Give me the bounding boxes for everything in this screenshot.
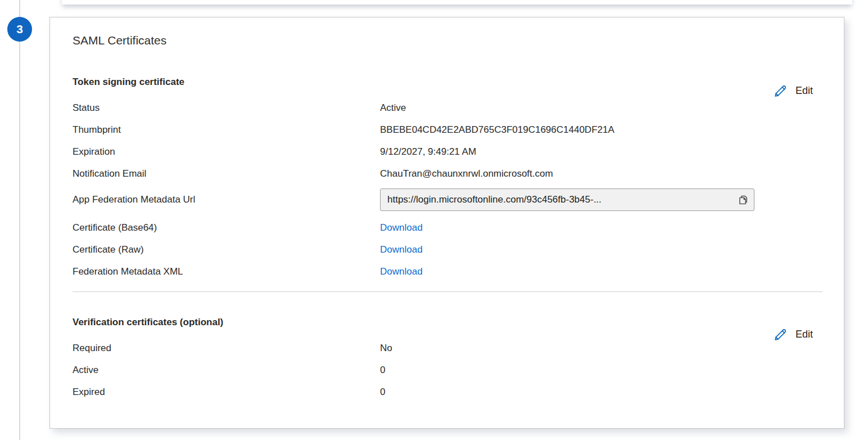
pencil-icon (773, 327, 788, 342)
notification-email-value: ChauTran@chaunxnrwl.onmicrosoft.com (380, 168, 553, 180)
status-row: Status Active (73, 101, 812, 115)
expiration-value: 9/12/2027, 9:49:21 AM (380, 146, 476, 158)
federation-metadata-xml-row: Federation Metadata XML Download (73, 264, 812, 279)
section-divider (73, 291, 822, 292)
certificate-base64-row: Certificate (Base64) Download (73, 221, 812, 235)
thumbprint-row: Thumbprint BBEBE04CD42E2ABD765C3F019C169… (73, 123, 812, 137)
verification-certificates-section: Verification certificates (optional) Req… (73, 316, 812, 399)
federation-metadata-xml-label: Federation Metadata XML (73, 266, 380, 278)
expired-label: Expired (73, 386, 380, 398)
thumbprint-label: Thumbprint (73, 124, 380, 136)
expiration-label: Expiration (73, 146, 380, 158)
timeline-line (19, 0, 20, 440)
required-label: Required (73, 342, 380, 354)
download-certificate-base64-link[interactable]: Download (380, 222, 423, 234)
active-row: Active 0 (73, 363, 812, 378)
card-title: SAML Certificates (73, 33, 812, 47)
active-label: Active (73, 364, 380, 376)
thumbprint-value: BBEBE04CD42E2ABD765C3F019C1696C1440DF21A (380, 124, 614, 136)
app-federation-metadata-url-row: App Federation Metadata Url https://logi… (73, 188, 812, 211)
edit-verification-button[interactable]: Edit (773, 327, 813, 342)
edit-token-signing-button[interactable]: Edit (773, 83, 813, 98)
edit-button-label: Edit (795, 85, 813, 97)
certificate-raw-label: Certificate (Raw) (73, 244, 380, 256)
app-federation-metadata-url-box[interactable]: https://login.microsoftonline.com/93c456… (380, 188, 754, 211)
pencil-icon (773, 83, 788, 98)
certificate-base64-label: Certificate (Base64) (73, 222, 380, 234)
app-federation-metadata-url-value[interactable]: https://login.microsoftonline.com/93c456… (387, 194, 734, 206)
expired-row: Expired 0 (73, 385, 812, 399)
copy-url-button[interactable] (734, 192, 749, 207)
required-row: Required No (73, 341, 812, 356)
status-value: Active (380, 102, 406, 114)
notification-email-row: Notification Email ChauTran@chaunxnrwl.o… (73, 167, 812, 181)
download-federation-metadata-xml-link[interactable]: Download (380, 266, 423, 278)
certificate-raw-row: Certificate (Raw) Download (73, 243, 812, 257)
previous-section-card-edge (62, 0, 852, 5)
active-value: 0 (380, 364, 385, 376)
token-signing-heading: Token signing certificate (73, 75, 812, 88)
verification-certificates-heading: Verification certificates (optional) (73, 316, 812, 329)
saml-certificates-card: SAML Certificates Token signing certific… (49, 17, 844, 429)
required-value: No (380, 342, 392, 354)
expired-value: 0 (380, 386, 385, 398)
expiration-row: Expiration 9/12/2027, 9:49:21 AM (73, 145, 812, 159)
status-label: Status (73, 102, 380, 114)
app-federation-metadata-url-label: App Federation Metadata Url (73, 194, 380, 206)
copy-icon (737, 194, 749, 206)
download-certificate-raw-link[interactable]: Download (380, 244, 423, 256)
edit-button-label: Edit (795, 329, 813, 340)
step-3-badge: 3 (7, 17, 32, 42)
notification-email-label: Notification Email (73, 168, 380, 180)
token-signing-certificate-section: Token signing certificate Status Active … (73, 75, 812, 279)
